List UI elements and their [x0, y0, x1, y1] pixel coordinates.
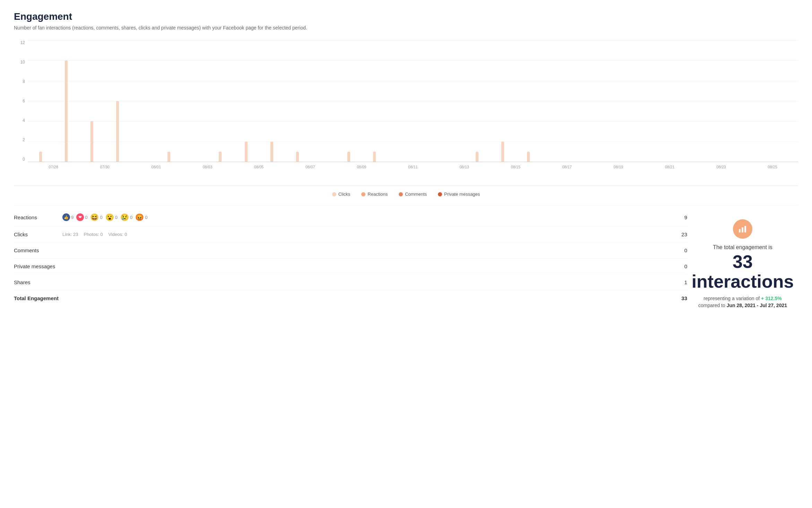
- bar-group-24: [644, 40, 670, 162]
- label-clicks: Clicks: [14, 231, 62, 237]
- x-label-0823: 08/23: [696, 165, 747, 169]
- page-title: Engagement: [14, 11, 798, 22]
- y-label-0: 0: [14, 157, 28, 162]
- variation-text: representing a variation of: [703, 296, 760, 301]
- bar-group-11: [310, 40, 336, 162]
- y-label-2: 2: [14, 137, 28, 142]
- bar-clicks-10: [296, 152, 299, 162]
- x-axis: 07/28 07/30 08/01 08/03 08/05 08/07 08/0…: [28, 162, 798, 172]
- bar-group-3: [105, 40, 130, 162]
- reaction-wow-count: 0: [115, 215, 118, 220]
- chart-legend: Clicks Reactions Comments Private messag…: [14, 186, 798, 205]
- svg-rect-0: [739, 229, 741, 232]
- bar-group-2: [79, 40, 105, 162]
- emoji-haha-icon: 😆: [90, 213, 99, 221]
- label-comments: Comments: [14, 247, 62, 253]
- emoji-love-icon: ❤: [76, 213, 84, 221]
- bar-group-15: [413, 40, 439, 162]
- table-row-private: Private messages 0: [14, 259, 687, 274]
- svg-rect-1: [742, 227, 743, 232]
- reaction-icons: 👍 9 ❤ 0 😆 0 😮 0 😢 0: [62, 213, 666, 221]
- legend-comments: Comments: [399, 192, 427, 197]
- legend-label-comments: Comments: [405, 192, 427, 197]
- bar-group-27: [721, 40, 747, 162]
- label-shares: Shares: [14, 279, 62, 285]
- emoji-like-icon: 👍: [62, 213, 70, 221]
- bar-group-9: [259, 40, 285, 162]
- bar-group-8: [233, 40, 259, 162]
- bar-group-22: [593, 40, 618, 162]
- x-label-0809: 08/09: [336, 165, 387, 169]
- reaction-sad-count: 0: [130, 215, 132, 220]
- legend-dot-reactions: [361, 192, 365, 196]
- y-label-8: 8: [14, 79, 28, 84]
- bar-group-28: [747, 40, 772, 162]
- label-total: Total Engagement: [14, 295, 62, 301]
- x-label-0803: 08/03: [182, 165, 233, 169]
- bar-group-1: [53, 40, 79, 162]
- bar-clicks-9: [270, 142, 273, 162]
- bar-group-0: [28, 40, 53, 162]
- period-text: compared to: [698, 303, 725, 308]
- x-label-0815: 08/15: [490, 165, 541, 169]
- bar-clicks-2: [90, 121, 93, 162]
- y-label-6: 6: [14, 99, 28, 103]
- bar-group-23: [618, 40, 644, 162]
- variation-percent: + 312.5%: [761, 296, 782, 301]
- y-label-4: 4: [14, 118, 28, 123]
- bar-clicks-17: [476, 152, 478, 162]
- bar-group-5: [156, 40, 182, 162]
- bar-group-10: [285, 40, 310, 162]
- table-row-total: Total Engagement 33: [14, 290, 687, 306]
- bar-group-12: [336, 40, 362, 162]
- bar-group-20: [541, 40, 567, 162]
- legend-label-clicks: Clicks: [338, 192, 351, 197]
- value-total: 33: [666, 295, 687, 301]
- y-label-10: 10: [14, 60, 28, 65]
- x-label-0811: 08/11: [387, 165, 439, 169]
- summary-variation: representing a variation of + 312.5%: [703, 296, 781, 301]
- reaction-wow: 😮 0: [105, 213, 118, 221]
- clicks-photos: Photos: 0: [84, 232, 103, 237]
- clicks-videos: Videos: 0: [108, 232, 127, 237]
- summary-period: compared to Jun 28, 2021 - Jul 27, 2021: [698, 303, 787, 308]
- reaction-love: ❤ 0: [76, 213, 87, 221]
- clicks-link: Link: 23: [62, 232, 78, 237]
- value-shares: 1: [666, 279, 687, 285]
- bar-group-6: [182, 40, 207, 162]
- y-label-12: 12: [14, 40, 28, 45]
- reaction-angry-count: 0: [145, 215, 147, 220]
- legend-dot-comments: [399, 192, 403, 196]
- reaction-haha: 😆 0: [90, 213, 102, 221]
- bar-group-16: [439, 40, 464, 162]
- legend-dot-private: [438, 192, 442, 196]
- reaction-angry: 😡 0: [135, 213, 147, 221]
- bar-clicks-13: [373, 152, 376, 162]
- y-axis: 12 10 8 6 4 2 0: [14, 40, 28, 162]
- table-row-clicks: Clicks Link: 23 Photos: 0 Videos: 0 23: [14, 227, 687, 243]
- page-subtitle: Number of fan interactions (reactions, c…: [14, 25, 798, 31]
- emoji-angry-icon: 😡: [135, 213, 144, 221]
- bar-clicks-12: [347, 152, 350, 162]
- bar-clicks-19: [527, 152, 530, 162]
- bar-clicks-1: [65, 60, 68, 162]
- emoji-wow-icon: 😮: [105, 213, 114, 221]
- data-section: Reactions 👍 9 ❤ 0 😆 0 😮 0: [14, 205, 798, 322]
- summary-card: The total engagement is 33 interactions …: [687, 205, 798, 322]
- engagement-chart: 12 10 8 6 4 2 0 07/2: [14, 40, 798, 186]
- bar-clicks-3: [116, 101, 119, 162]
- x-label-0805: 08/05: [233, 165, 285, 169]
- bar-clicks-5: [167, 152, 170, 162]
- value-clicks: 23: [666, 231, 687, 237]
- clicks-details: Link: 23 Photos: 0 Videos: 0: [62, 232, 666, 237]
- bar-group-25: [670, 40, 696, 162]
- x-label-0817: 08/17: [541, 165, 593, 169]
- x-label-0728: 07/28: [28, 165, 79, 169]
- reaction-haha-count: 0: [100, 215, 102, 220]
- emoji-sad-icon: 😢: [120, 213, 129, 221]
- x-label-0821: 08/21: [644, 165, 696, 169]
- legend-label-reactions: Reactions: [368, 192, 388, 197]
- bars-container: [28, 40, 798, 162]
- value-private: 0: [666, 263, 687, 269]
- label-reactions: Reactions: [14, 214, 62, 220]
